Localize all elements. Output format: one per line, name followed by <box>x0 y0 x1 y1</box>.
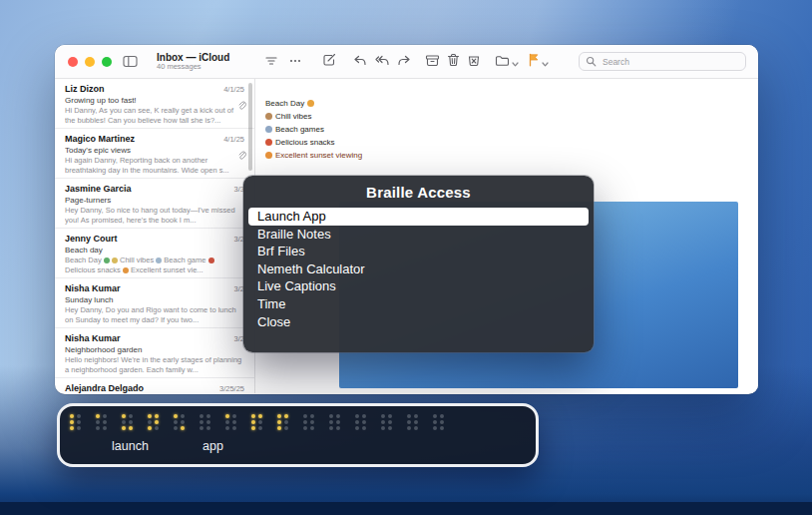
filter-icon <box>264 53 278 71</box>
emoji-dot <box>156 258 162 263</box>
braille-word-label: app <box>203 439 223 453</box>
braille-cell <box>381 414 392 430</box>
message-date: 4/1/25 <box>223 135 244 144</box>
email-body-line: Beach games <box>265 123 362 136</box>
braille-dot-raised <box>258 414 262 418</box>
braille-cell <box>70 414 81 430</box>
chevron-down-icon <box>512 53 519 71</box>
flag-button[interactable] <box>528 53 549 71</box>
email-body-line: Beach Day <box>265 97 362 110</box>
compose-button[interactable] <box>322 53 337 71</box>
close-window-button[interactable] <box>68 57 78 67</box>
braille-menu-item-brf-files[interactable]: Brf Files <box>248 243 589 260</box>
move-folder-button[interactable] <box>495 53 519 71</box>
braille-dot-raised <box>70 426 74 430</box>
search-input[interactable] <box>601 56 734 68</box>
message-sender: Alejandra Delgado <box>65 383 144 393</box>
junk-icon <box>467 53 481 71</box>
braille-dot-flat <box>329 426 333 430</box>
message-list-item[interactable]: Nisha Kumar3/2Sunday lunchHey Danny, Do … <box>55 278 254 328</box>
mail-toolbar <box>248 45 748 78</box>
more-button[interactable] <box>288 53 302 71</box>
braille-dot-flat <box>206 420 210 424</box>
braille-dot-raised <box>122 426 126 430</box>
braille-dot-flat <box>329 420 333 424</box>
braille-dot-flat <box>433 420 437 424</box>
message-sender: Nisha Kumar <box>65 283 121 293</box>
braille-cell <box>225 414 236 430</box>
braille-dot-flat <box>96 426 100 430</box>
braille-dot-flat <box>122 420 126 424</box>
emoji-dot <box>307 100 314 107</box>
braille-dot-raised <box>129 426 133 430</box>
braille-dot-flat <box>258 426 262 430</box>
zoom-window-button[interactable] <box>102 57 112 67</box>
braille-dot-raised <box>277 426 281 430</box>
message-list-item[interactable]: Alejandra Delgado3/25/25 <box>55 378 254 393</box>
message-list-item[interactable]: Nisha Kumar3/2Neighborhood gardenHello n… <box>55 328 254 378</box>
braille-dot-raised <box>70 414 74 418</box>
message-list-item[interactable]: Liz Dizon4/1/25Growing up too fast!Hi Da… <box>55 79 254 129</box>
braille-dot-raised <box>155 420 159 424</box>
braille-cell <box>355 414 366 430</box>
attachment-paperclip-icon <box>237 97 246 115</box>
braille-dot-flat <box>388 420 392 424</box>
email-body: Beach DayChill vibesBeach gamesDelicious… <box>265 97 362 162</box>
more-icon <box>288 53 302 71</box>
search-field[interactable] <box>579 52 746 71</box>
braille-cell <box>277 414 288 430</box>
message-preview: Hey Danny, Do you and Rigo want to come … <box>65 305 244 325</box>
braille-dot-flat <box>77 414 81 418</box>
message-list-item[interactable]: Jasmine Garcia3/3Page-turnersHey Danny, … <box>55 179 254 229</box>
braille-menu-item-nemeth-calculator[interactable]: Nemeth Calculator <box>248 260 589 278</box>
message-preview: Hello neighbors! We're in the early stag… <box>65 355 244 375</box>
window-controls <box>68 57 112 67</box>
message-sender: Jenny Court <box>65 234 118 244</box>
reply-all-button[interactable] <box>374 53 390 71</box>
braille-dot-raised <box>174 414 178 418</box>
filter-button[interactable] <box>264 53 278 71</box>
braille-menu-item-braille-notes[interactable]: Braille Notes <box>248 226 589 244</box>
braille-dot-raised <box>148 414 152 418</box>
message-subject: Page-turners <box>65 196 244 205</box>
braille-menu-item-launch-app[interactable]: Launch App <box>248 208 589 226</box>
braille-dot-raised <box>251 426 255 430</box>
message-subject: Beach day <box>65 246 244 255</box>
forward-icon <box>397 53 411 71</box>
braille-menu-item-time[interactable]: Time <box>248 295 589 313</box>
message-subject: Sunday lunch <box>65 295 244 304</box>
list-scrollbar[interactable] <box>248 83 252 171</box>
braille-dot-flat <box>362 414 366 418</box>
junk-button[interactable] <box>467 53 481 71</box>
braille-dot-flat <box>310 420 314 424</box>
braille-menu-item-close[interactable]: Close <box>248 313 589 331</box>
trash-icon <box>447 53 460 71</box>
braille-dot-flat <box>362 426 366 430</box>
braille-dot-flat <box>303 426 307 430</box>
trash-button[interactable] <box>447 53 460 71</box>
braille-access-panel: Braille Access Launch AppBraille NotesBr… <box>243 176 594 352</box>
sidebar-toggle-icon[interactable] <box>123 55 138 68</box>
archive-button[interactable] <box>425 53 440 71</box>
braille-dot-raised <box>181 426 185 430</box>
braille-dot-flat <box>336 420 340 424</box>
reply-button[interactable] <box>353 53 367 71</box>
emoji-dot <box>123 267 129 273</box>
forward-button[interactable] <box>397 53 411 71</box>
email-body-text: Chill vibes <box>275 112 311 121</box>
braille-dot-flat <box>388 414 392 418</box>
braille-dot-flat <box>174 420 178 424</box>
emoji-dot <box>112 258 118 263</box>
compose-icon <box>322 53 337 71</box>
mail-titlebar: Inbox — iCloud 40 messages <box>55 45 758 79</box>
emoji-dot <box>265 113 272 120</box>
message-list-item[interactable]: Jenny Court3/2Beach dayBeach Day Chill v… <box>55 229 254 278</box>
message-date: 3/25/25 <box>219 384 244 393</box>
message-list-item[interactable]: Magico Martinez4/1/25Today's epic viewsH… <box>55 129 254 179</box>
braille-dot-flat <box>303 414 307 418</box>
minimize-window-button[interactable] <box>85 57 95 67</box>
braille-dot-raised <box>148 426 152 430</box>
braille-menu-item-live-captions[interactable]: Live Captions <box>248 277 589 295</box>
message-preview: Hi again Danny, Reporting back on anothe… <box>65 156 244 176</box>
braille-dot-flat <box>440 420 444 424</box>
